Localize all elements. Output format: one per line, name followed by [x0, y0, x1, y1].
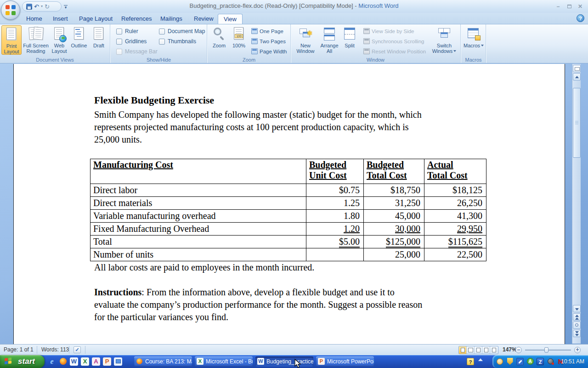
internet-explorer-icon[interactable]: e: [48, 357, 56, 366]
document-area: Flexible Budgeting Exercise Smith Compan…: [0, 63, 588, 344]
ribbon: Print Layout Full Screen Reading Web Lay…: [0, 24, 588, 63]
web-layout-button[interactable]: Web Layout: [50, 25, 68, 54]
tab-view[interactable]: View: [218, 14, 243, 24]
group-label-zoom: Zoom: [208, 57, 290, 63]
excel-task-icon: X: [197, 358, 204, 365]
taskbar-button-word-active[interactable]: W Budgeting_practice-fl...: [255, 356, 313, 367]
gridlines-checkbox[interactable]: Gridlines: [116, 38, 147, 46]
table-header-row: Manufacturing Cost BudgetedUnit Cost Bud…: [90, 159, 486, 184]
firefox-task-icon: [136, 358, 143, 365]
scrollbar-thumb[interactable]: [573, 88, 581, 158]
z-tray-icon[interactable]: Z: [537, 358, 544, 365]
taskbar-button-excel[interactable]: X Microsoft Excel - Bud...: [195, 356, 253, 367]
full-screen-view-button[interactable]: [467, 346, 475, 354]
view-side-by-side-icon: [363, 28, 370, 34]
page-width-button[interactable]: Page Width: [251, 48, 287, 56]
outline-view-button[interactable]: [482, 346, 490, 354]
tab-home[interactable]: Home: [21, 14, 48, 24]
draft-view-button[interactable]: [490, 346, 498, 354]
document-page[interactable]: Flexible Budgeting Exercise Smith Compan…: [13, 64, 565, 344]
thumbnails-checkbox[interactable]: Thumbnails: [159, 38, 196, 46]
zoom-in-button[interactable]: +: [574, 347, 581, 353]
zoom-slider-thumb[interactable]: [544, 347, 548, 353]
start-button[interactable]: start: [0, 355, 45, 368]
shield-tray-icon[interactable]: [506, 358, 514, 365]
mouse-cursor: [294, 359, 301, 368]
help-icon[interactable]: ?: [577, 14, 584, 22]
message-bar-checkbox-box: [116, 49, 122, 55]
select-browse-object-button[interactable]: [573, 322, 581, 329]
two-pages-button[interactable]: Two Pages: [251, 38, 286, 46]
firefox-icon[interactable]: [59, 357, 67, 366]
powerpoint-quicklaunch-icon[interactable]: P: [103, 357, 111, 366]
arrange-all-button[interactable]: Arrange All: [318, 25, 340, 54]
tools-tray-icon[interactable]: [516, 358, 524, 365]
tab-insert[interactable]: Insert: [47, 14, 74, 24]
previous-page-button[interactable]: [573, 313, 581, 321]
outline-button[interactable]: Outline: [69, 25, 89, 48]
document-map-checkbox-box[interactable]: [159, 29, 165, 34]
access-quicklaunch-icon[interactable]: A: [92, 357, 100, 366]
instructions-line: evaluate the company’s production perfor…: [94, 299, 422, 310]
header-budgeted-unit-cost: BudgetedUnit Cost: [306, 159, 364, 184]
messenger-tray-icon[interactable]: [496, 358, 503, 365]
synchronous-scrolling-button: Synchronous Scrolling: [363, 38, 424, 46]
zoom-slider[interactable]: [525, 350, 571, 351]
ruler-checkbox-box[interactable]: [116, 29, 122, 34]
gridlines-checkbox-box[interactable]: [116, 39, 122, 45]
split-button[interactable]: Split: [341, 25, 358, 48]
excel-quicklaunch-icon[interactable]: X: [81, 357, 89, 366]
thumbnails-checkbox-box[interactable]: [159, 39, 165, 45]
scroll-up-button[interactable]: [573, 73, 581, 80]
close-button[interactable]: ✕: [574, 3, 586, 10]
tab-page-layout[interactable]: Page Layout: [74, 14, 118, 24]
switch-windows-dropdown-icon: [453, 50, 456, 52]
zoom-100-icon: 100: [232, 27, 246, 41]
restore-button[interactable]: [563, 3, 575, 10]
next-page-button[interactable]: [573, 330, 581, 337]
web-layout-view-button[interactable]: [475, 346, 482, 354]
table-row: Variable manufacturing overhead 1.80 45,…: [90, 210, 486, 223]
table-row: Direct labor $0.75 $18,750 $18,125: [90, 184, 486, 197]
minimize-button[interactable]: –: [552, 3, 564, 10]
draft-button[interactable]: Draft: [90, 25, 108, 48]
switch-windows-icon: [437, 27, 451, 41]
macros-button[interactable]: Macros: [463, 25, 485, 48]
status-bar: Page: 1 of 1 Words: 113 ✓ 147% – +: [0, 344, 588, 355]
tab-review[interactable]: Review: [188, 14, 219, 24]
ruler-checkbox[interactable]: Ruler: [116, 28, 138, 35]
print-layout-view-button[interactable]: [459, 346, 467, 354]
document-map-checkbox[interactable]: Document Map: [159, 28, 205, 35]
outlook-quicklaunch-icon[interactable]: [114, 357, 122, 366]
zoom-100-button[interactable]: 100 100%: [229, 25, 249, 48]
word-count[interactable]: Words: 113: [41, 346, 69, 353]
hidden-icons-button[interactable]: [477, 358, 484, 365]
help-tray-icon[interactable]: ?: [467, 358, 474, 365]
one-page-button[interactable]: One Page: [251, 28, 283, 36]
tab-references[interactable]: References: [116, 14, 157, 24]
zoom-out-button[interactable]: –: [515, 347, 522, 353]
volume-tray-icon[interactable]: [547, 358, 554, 365]
zoom-level[interactable]: 147%: [503, 346, 517, 353]
proofing-status-icon[interactable]: ✓: [74, 346, 81, 353]
app-title: Microsoft Word: [358, 2, 398, 9]
view-ruler-button[interactable]: [573, 65, 581, 72]
office-button[interactable]: [1, 0, 20, 20]
budget-table: Manufacturing Cost BudgetedUnit Cost Bud…: [90, 159, 486, 261]
tray-clock[interactable]: 10:51 AM: [561, 358, 584, 365]
word-quicklaunch-icon[interactable]: W: [70, 357, 78, 366]
full-screen-reading-button[interactable]: Full Screen Reading: [23, 25, 49, 54]
tab-mailings[interactable]: Mailings: [155, 14, 188, 24]
switch-windows-button[interactable]: Switch Windows: [431, 25, 457, 54]
antivirus-tray-icon[interactable]: A: [526, 358, 534, 365]
zoom-button[interactable]: Zoom: [210, 25, 228, 48]
table-row: Number of units 25,000 22,500: [90, 248, 486, 261]
new-window-button[interactable]: ✱ New Window: [294, 25, 317, 54]
scroll-down-button[interactable]: [573, 305, 581, 312]
intro-line: Smith Company has developed the followin…: [94, 109, 422, 120]
vertical-scrollbar[interactable]: [572, 64, 581, 344]
page-indicator[interactable]: Page: 1 of 1: [4, 346, 34, 353]
taskbar-button-firefox[interactable]: Course: BA 213: Man...: [134, 356, 192, 367]
taskbar-button-powerpoint[interactable]: P Microsoft PowerPoint ...: [316, 356, 374, 367]
print-layout-button[interactable]: Print Layout: [1, 25, 22, 55]
